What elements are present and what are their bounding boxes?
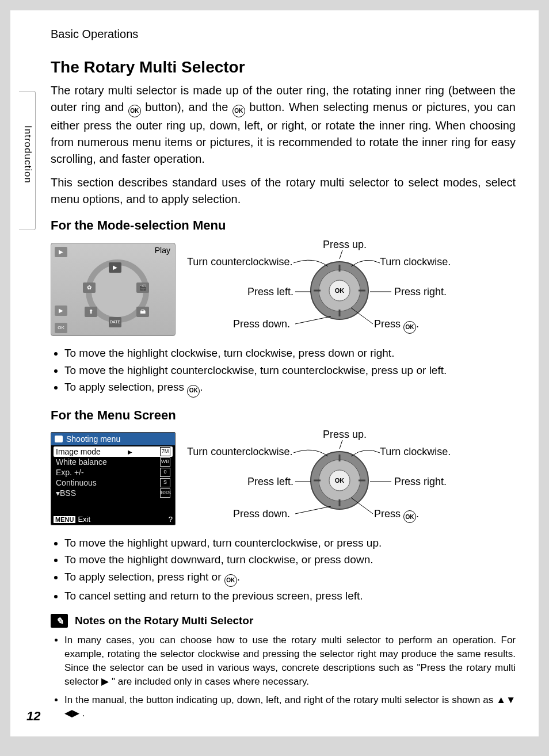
page-number: 12 [26,709,40,724]
menu-label: BSS [60,488,76,498]
flower-icon: ✿ [83,282,96,293]
notes-item: In the manual, the button indicating up,… [64,693,516,721]
exposure-icon: 0 [160,468,170,477]
breadcrumb: Basic Operations [51,28,516,41]
play-icon: ▶ [109,262,121,273]
menu-tag: MENU [54,516,75,523]
list-item: To apply selection, press right or OK. [64,569,516,587]
mode-figure-row: Play ▶ ✿ 🎬 ⬆ 🏔 DATE ▶ ▶ OK Press up. Tur… [51,239,516,339]
leader-lines [187,239,486,339]
right-triangle-icon: ▶ [101,675,109,689]
wb-icon: WB [160,457,170,467]
note-text: " are included only in cases where neces… [109,676,309,687]
menu-item-exposure: Exp. +/-0 [54,467,173,478]
movie-icon: 🎬 [136,282,149,293]
side-tab-label: Introduction [22,125,33,184]
menu-item-continuous: ContinuousS [54,478,173,488]
up-triangle-icon: ▲ [496,693,506,707]
mode-bullets: To move the highlight clockwise, turn cl… [51,345,516,397]
svg-line-24 [295,506,331,514]
notes-heading: Notes on the Rotary Multi Selector [75,614,253,627]
shooting-menu-title: Shooting menu [66,434,120,444]
right-triangle-icon: ▶ [72,707,79,720]
page-title: The Rotary Multi Selector [51,58,516,77]
menu-screen-heading: For the Menu Screen [51,408,516,423]
bullet-text: To apply selection, press [64,381,187,393]
ok-icon: OK [232,105,245,117]
note-text: . [79,708,85,719]
intro-text: button), and the [141,101,232,113]
ok-icon: OK [128,105,141,117]
menu-item-bss: ▾BSSBSS [54,488,173,498]
leader-lines [187,429,486,529]
date-icon: DATE [109,317,121,327]
play-corner-icon: ▶ [55,247,67,257]
menu-bullets: To move the highlight upward, turn count… [51,535,516,604]
notes-list: In many cases, you can choose how to use… [51,633,516,720]
menu-list: Image mode▶7M White balanceWB Exp. +/-0 … [51,445,175,499]
ok-icon: OK [187,385,200,398]
down-triangle-icon: ▼ [506,693,516,707]
svg-line-25 [351,498,373,514]
menu-label: Exp. +/- [56,468,84,477]
menu-label: Continuous [56,478,97,487]
continuous-icon: S [160,478,170,487]
list-item: To move the highlight counterclockwise, … [64,362,516,379]
ok-icon: OK [224,574,237,587]
menu-item-white-balance: White balanceWB [54,457,173,467]
left-triangle-icon: ◀ [64,707,72,720]
list-item: To move the highlight downward, turn clo… [64,552,516,568]
dial-diagram: Press up. Turn counterclockwise. Turn cl… [187,239,486,339]
mode-selection-heading: For the Mode-selection Menu [51,218,516,233]
svg-line-12 [351,308,373,324]
upload-icon: ⬆ [85,307,97,317]
scene-icon: 🏔 [136,307,149,317]
menu-label: Image mode [56,447,101,456]
bullet-text: To apply selection, press right or [64,571,224,583]
list-item: To move the highlight upward, turn count… [64,535,516,551]
pencil-icon: ✎ [51,614,68,628]
menu-item-image-mode: Image mode▶7M [54,446,173,457]
note-text: In the manual, the button indicating up,… [64,694,496,705]
shooting-menu-header: Shooting menu [51,433,175,445]
exit-label: Exit [78,515,90,524]
menu-label: White balance [56,457,107,467]
shooting-menu-screenshot: Shooting menu Image mode▶7M White balanc… [51,432,176,525]
ok-corner-icon: OK [55,323,67,333]
svg-line-8 [340,250,342,259]
help-icon: ? [169,515,173,524]
dial-diagram: Press up. Turn counterclockwise. Turn cl… [187,429,486,529]
mode-selection-screenshot: Play ▶ ✿ 🎬 ⬆ 🏔 DATE ▶ ▶ OK [51,243,176,336]
notes-heading-row: ✎ Notes on the Rotary Multi Selector [51,614,516,628]
bss-icon: BSS [160,488,170,498]
svg-line-11 [295,316,331,324]
intro-paragraph-1: The rotary multi selector is made up of … [51,82,516,167]
mode-play-label: Play [155,246,170,255]
playback-icon: ▶ [55,306,67,316]
list-item: To cancel setting and return to the prev… [64,588,516,604]
list-item: To move the highlight clockwise, turn cl… [64,345,516,361]
svg-line-21 [340,440,342,449]
list-item: To apply selection, press OK. [64,379,516,397]
menu-figure-row: Shooting menu Image mode▶7M White balanc… [51,429,516,529]
camera-icon [55,436,63,442]
image-mode-icon: 7M [160,447,170,456]
intro-paragraph-2: This section describes standard uses of … [51,174,516,208]
notes-item: In many cases, you can choose how to use… [64,633,516,688]
manual-page: Basic Operations Introduction The Rotary… [10,10,539,736]
shooting-menu-footer: MENUExit ? [54,515,173,524]
